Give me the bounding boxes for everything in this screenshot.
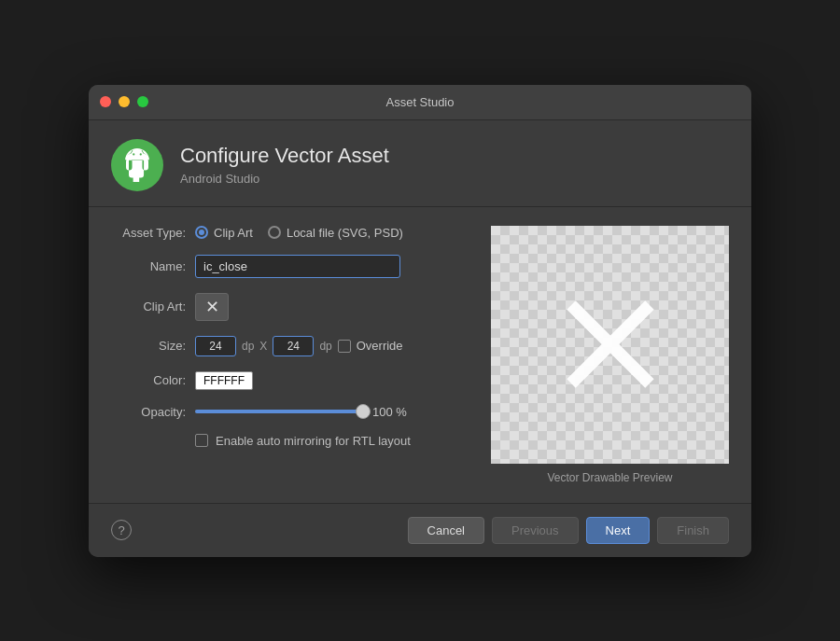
header-text: Configure Vector Asset Android Studio bbox=[180, 144, 389, 186]
override-wrap: Override bbox=[338, 339, 403, 353]
clip-art-option[interactable]: Clip Art bbox=[195, 226, 253, 240]
override-checkbox[interactable] bbox=[338, 340, 351, 353]
color-swatch[interactable]: FFFFFF bbox=[195, 371, 253, 390]
clip-art-icon: ✕ bbox=[205, 297, 219, 317]
size-label: Size: bbox=[111, 339, 186, 353]
minimize-button[interactable] bbox=[119, 96, 130, 107]
asset-type-label: Asset Type: bbox=[111, 226, 186, 240]
help-icon: ? bbox=[118, 523, 124, 537]
preview-canvas bbox=[491, 226, 729, 464]
name-label: Name: bbox=[111, 259, 186, 273]
local-file-radio-label: Local file (SVG, PSD) bbox=[287, 226, 403, 240]
title-bar: Asset Studio bbox=[89, 85, 751, 120]
footer: ? Cancel Previous Next Finish bbox=[89, 503, 751, 557]
opacity-value: 100 % bbox=[372, 405, 407, 419]
preview-label: Vector Drawable Preview bbox=[491, 471, 729, 484]
footer-right: Cancel Previous Next Finish bbox=[408, 517, 729, 544]
clip-art-label: Clip Art: bbox=[111, 300, 186, 314]
opacity-slider-row: 100 % bbox=[195, 405, 407, 419]
name-row: Name: bbox=[111, 255, 472, 278]
preview-vector-icon bbox=[536, 270, 685, 419]
clip-art-radio-label: Clip Art bbox=[214, 226, 253, 240]
auto-mirror-row: Enable auto mirroring for RTL layout bbox=[195, 434, 472, 448]
opacity-slider-thumb[interactable] bbox=[356, 404, 371, 419]
footer-left: ? bbox=[111, 520, 132, 540]
opacity-row: Opacity: 100 % bbox=[111, 405, 472, 419]
previous-button: Previous bbox=[492, 517, 579, 544]
color-label: Color: bbox=[111, 373, 186, 387]
size-dp1: dp bbox=[242, 340, 254, 353]
name-input[interactable] bbox=[195, 255, 400, 278]
size-width-input[interactable] bbox=[195, 336, 236, 356]
auto-mirror-checkbox[interactable] bbox=[195, 434, 208, 447]
local-file-option[interactable]: Local file (SVG, PSD) bbox=[268, 226, 403, 240]
dialog-title: Configure Vector Asset bbox=[180, 144, 389, 168]
cancel-button[interactable]: Cancel bbox=[408, 517, 484, 544]
finish-button: Finish bbox=[657, 517, 729, 544]
android-icon bbox=[120, 148, 154, 182]
asset-type-radio-group: Clip Art Local file (SVG, PSD) bbox=[195, 226, 403, 240]
maximize-button[interactable] bbox=[137, 96, 148, 107]
local-file-radio[interactable] bbox=[268, 226, 281, 239]
override-label: Override bbox=[357, 339, 403, 353]
next-button[interactable]: Next bbox=[586, 517, 651, 544]
size-x: X bbox=[259, 340, 267, 353]
close-button[interactable] bbox=[100, 96, 111, 107]
main-window: Asset Studio Configure Vector Asset Andr… bbox=[89, 85, 751, 557]
preview-icon-container bbox=[491, 226, 729, 464]
dialog-subtitle: Android Studio bbox=[180, 172, 389, 186]
opacity-slider-track[interactable] bbox=[195, 410, 363, 413]
help-button[interactable]: ? bbox=[111, 520, 132, 540]
content-area: Asset Type: Clip Art Local file (SVG, PS… bbox=[89, 207, 751, 503]
opacity-slider-fill bbox=[195, 410, 363, 413]
clip-art-row: Clip Art: ✕ bbox=[111, 293, 472, 321]
auto-mirror-label: Enable auto mirroring for RTL layout bbox=[216, 434, 411, 448]
color-row: Color: FFFFFF bbox=[111, 371, 472, 390]
header: Configure Vector Asset Android Studio bbox=[89, 120, 751, 207]
opacity-label: Opacity: bbox=[111, 405, 186, 419]
asset-type-row: Asset Type: Clip Art Local file (SVG, PS… bbox=[111, 226, 472, 240]
traffic-lights bbox=[100, 96, 148, 107]
form-section: Asset Type: Clip Art Local file (SVG, PS… bbox=[111, 226, 472, 484]
size-height-input[interactable] bbox=[273, 336, 314, 356]
window-title: Asset Studio bbox=[386, 95, 455, 109]
preview-section: Vector Drawable Preview bbox=[491, 226, 729, 484]
android-logo bbox=[111, 139, 163, 191]
size-dp2: dp bbox=[319, 340, 331, 353]
clip-art-button[interactable]: ✕ bbox=[195, 293, 229, 321]
size-row: Size: dp X dp Override bbox=[111, 336, 472, 356]
size-controls: dp X dp Override bbox=[195, 336, 403, 356]
clip-art-radio[interactable] bbox=[195, 226, 208, 239]
